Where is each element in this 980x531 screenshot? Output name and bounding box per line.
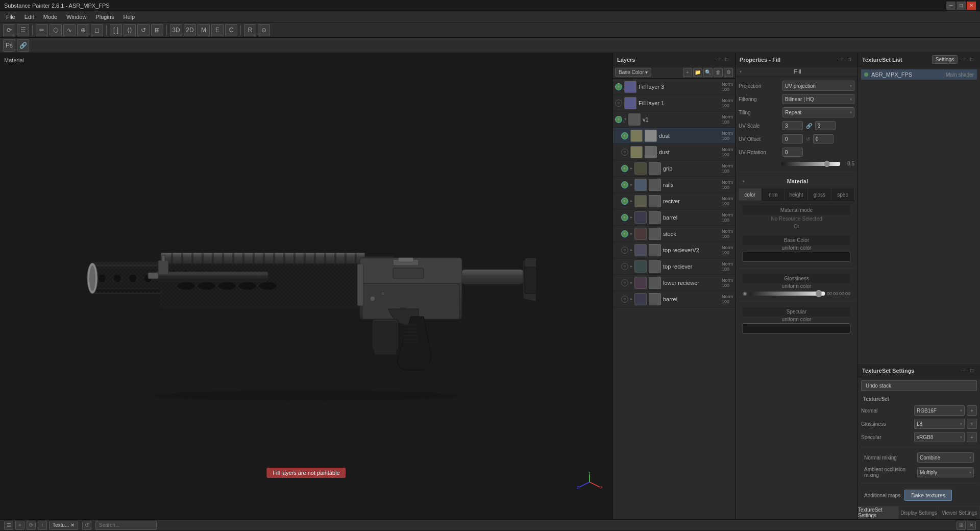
- tool-2d[interactable]: 2D: [184, 24, 196, 36]
- menu-file[interactable]: File: [2, 13, 19, 21]
- layer-row[interactable]: ● ▸ rails Norm100: [613, 177, 735, 193]
- restore-button[interactable]: □: [957, 2, 966, 10]
- menu-window[interactable]: Window: [62, 13, 90, 21]
- menu-edit[interactable]: Edit: [20, 13, 38, 21]
- layer-visibility-toggle[interactable]: ●: [615, 116, 622, 123]
- tool-mat[interactable]: M: [198, 24, 210, 36]
- tool-erase[interactable]: ⬡: [50, 24, 62, 36]
- ts-tab-settings[interactable]: TextureSet Settings: [858, 506, 899, 519]
- layer-row[interactable]: ● ▸ grip Norm100: [613, 160, 735, 177]
- ts-normal-expand-btn[interactable]: +: [967, 405, 977, 416]
- layer-visibility-toggle[interactable]: ○: [615, 100, 622, 107]
- layers-expand-btn[interactable]: □: [723, 56, 731, 64]
- tool-select[interactable]: [ ]: [110, 24, 122, 36]
- tool-save[interactable]: ☰: [17, 24, 29, 36]
- undo-stack-button[interactable]: Undo stack: [861, 380, 977, 391]
- glossiness-slider[interactable]: [749, 292, 825, 296]
- mat-tab-nrm[interactable]: nrm: [762, 188, 785, 201]
- tool-zoom[interactable]: ⊞: [151, 24, 163, 36]
- tool-paint[interactable]: ✏: [36, 24, 48, 36]
- textureset-settings-button[interactable]: Settings: [932, 55, 958, 64]
- tool-rotate[interactable]: ↺: [137, 24, 150, 36]
- layer-row[interactable]: ○ ▸ top recieverV2 Norm100: [613, 242, 735, 258]
- layer-expand-icon[interactable]: ▸: [630, 264, 632, 269]
- minimize-button[interactable]: ─: [946, 2, 955, 10]
- layer-expand-icon[interactable]: ▸: [630, 248, 632, 252]
- layer-visibility-toggle[interactable]: ○: [621, 263, 628, 270]
- prop-uvrotation-input[interactable]: [782, 148, 803, 157]
- mat-tab-gloss[interactable]: gloss: [808, 188, 831, 201]
- tool-ps[interactable]: Ps: [3, 39, 15, 52]
- specular-swatch[interactable]: [743, 323, 850, 333]
- layer-expand-icon[interactable]: ▸: [630, 166, 632, 171]
- ts-gloss-expand-btn[interactable]: +: [967, 419, 977, 429]
- mat-tab-color[interactable]: color: [739, 188, 762, 201]
- ts-gloss-format-dropdown[interactable]: L8 ▾: [914, 419, 965, 429]
- layer-row[interactable]: ○ Fill layer 1 Norm100: [613, 95, 735, 111]
- textureset-minimize-btn[interactable]: —: [959, 55, 967, 63]
- layers-filter-btn[interactable]: 🔍: [703, 68, 713, 77]
- layer-row[interactable]: ● ▾ v1 Norm100: [613, 111, 735, 128]
- ts-minimize-btn[interactable]: —: [959, 367, 967, 375]
- menu-mode[interactable]: Mode: [39, 13, 62, 21]
- tool-env[interactable]: E: [211, 24, 224, 36]
- properties-expand-btn[interactable]: □: [845, 56, 853, 64]
- shelf-grid-view-btn[interactable]: ⊞: [957, 521, 966, 530]
- layer-row[interactable]: ○ ▸ lower reciewer Norm100: [613, 275, 735, 291]
- ts-normal-format-dropdown[interactable]: RGB16F ▾: [914, 405, 965, 416]
- menu-help[interactable]: Help: [119, 13, 139, 21]
- base-color-swatch[interactable]: [743, 252, 850, 262]
- layer-visibility-toggle[interactable]: ●: [615, 83, 622, 90]
- layer-row[interactable]: ○ ▸ top reciever Norm100: [613, 258, 735, 275]
- shelf-tool-undo[interactable]: ↺: [82, 521, 91, 530]
- layer-visibility-toggle[interactable]: ●: [621, 181, 628, 188]
- prop-uvoffset-input2[interactable]: [813, 134, 834, 143]
- layer-visibility-toggle[interactable]: ●: [621, 214, 628, 221]
- prop-uvoffset-reset-icon[interactable]: ↺: [806, 136, 810, 142]
- ts-specular-expand-btn[interactable]: +: [967, 432, 977, 442]
- shelf-tool-1[interactable]: ☰: [4, 521, 13, 530]
- uvrotation-slider[interactable]: [781, 162, 840, 166]
- tool-clone[interactable]: ⊕: [77, 24, 89, 36]
- ts-expand-btn[interactable]: □: [968, 367, 976, 375]
- tool-smudge[interactable]: ∿: [63, 24, 76, 36]
- tool-link[interactable]: 🔗: [17, 39, 29, 52]
- layer-expand-icon[interactable]: ▸: [630, 215, 632, 220]
- shelf-tool-2[interactable]: +: [15, 521, 24, 530]
- layer-row[interactable]: ● ▸ stock Norm100: [613, 226, 735, 242]
- layer-expand-icon[interactable]: ▾: [624, 117, 626, 122]
- layer-visibility-toggle[interactable]: ●: [621, 165, 628, 172]
- prop-uvoffset-input1[interactable]: [782, 134, 803, 143]
- textureset-item[interactable]: ASR_MPX_FPS Main shader: [861, 69, 977, 80]
- layer-visibility-toggle[interactable]: ●: [621, 198, 628, 205]
- prop-projection-value[interactable]: UV projection ▾: [782, 81, 854, 91]
- layer-visibility-toggle[interactable]: ○: [621, 296, 628, 303]
- menu-plugins[interactable]: Plugins: [91, 13, 118, 21]
- ts-specular-format-dropdown[interactable]: sRGB8 ▾: [914, 432, 965, 442]
- layer-expand-icon[interactable]: ▸: [630, 231, 632, 236]
- tool-new[interactable]: ⟳: [3, 24, 15, 36]
- layer-expand-icon[interactable]: ▸: [630, 297, 632, 301]
- viewport[interactable]: Material: [0, 53, 612, 519]
- layer-expand-icon[interactable]: ▸: [630, 182, 632, 187]
- layer-visibility-toggle[interactable]: ●: [621, 230, 628, 237]
- textureset-expand-btn[interactable]: □: [968, 55, 976, 63]
- layers-blend-dropdown[interactable]: Base Color ▾: [615, 68, 651, 77]
- tool-transform[interactable]: ⟨⟩: [124, 24, 136, 36]
- layer-row[interactable]: ● ▸ reciver Norm100: [613, 193, 735, 209]
- layer-row[interactable]: ○ dust Norm100: [613, 144, 735, 160]
- layers-settings-btn[interactable]: ⚙: [724, 68, 733, 77]
- mat-tab-height[interactable]: height: [785, 188, 808, 201]
- shelf-tool-filter[interactable]: Textu... ✕: [49, 521, 78, 530]
- layer-visibility-toggle[interactable]: ○: [621, 247, 628, 254]
- prop-uvscale-input2[interactable]: [815, 121, 836, 130]
- tool-picker[interactable]: ⊙: [258, 24, 270, 36]
- layer-expand-icon[interactable]: ▸: [630, 199, 632, 203]
- prop-uvscale-input1[interactable]: [782, 121, 803, 130]
- layers-delete-btn[interactable]: 🗑: [714, 68, 723, 77]
- ao-mixing-dropdown[interactable]: Multiply ▾: [917, 467, 974, 477]
- layer-expand-icon[interactable]: ▸: [630, 280, 632, 285]
- tool-render[interactable]: R: [244, 24, 256, 36]
- mat-tab-spec[interactable]: spec: [831, 188, 854, 201]
- shelf-search-input[interactable]: [95, 521, 157, 530]
